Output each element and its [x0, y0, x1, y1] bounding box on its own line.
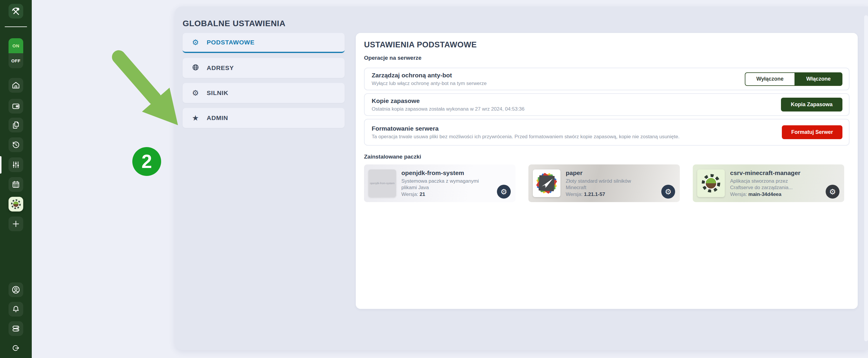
on-label: ON	[12, 43, 20, 48]
sliders-icon	[11, 160, 20, 169]
package-description: Systemowa paczka z wymaganymi plikami Ja…	[401, 178, 482, 191]
tab-admin[interactable]: ★ ADMIN	[183, 108, 345, 128]
sidebar-item-settings[interactable]	[8, 157, 23, 172]
sidebar-item-history[interactable]	[8, 138, 23, 152]
tab-podstawowe[interactable]: ⚙ PODSTAWOWE	[183, 33, 345, 53]
off-label: OFF	[11, 58, 21, 63]
package-thumbnail: openjdk-from-system	[368, 170, 396, 197]
version-value: 1.21.1-57	[584, 191, 605, 197]
sidebar-item-minecraft-manager[interactable]	[8, 197, 23, 211]
settings-menu: ⚙ PODSTAWOWE ADRESY ⚙ SILNIK ★ ADMIN	[183, 33, 345, 133]
tab-label: ADRESY	[207, 64, 234, 71]
tab-adresy[interactable]: ADRESY	[183, 58, 345, 78]
profile-icon	[11, 285, 21, 295]
sidebar: ON OFF	[0, 0, 32, 358]
sidebar-item-wallet[interactable]	[8, 99, 23, 114]
server-on-button[interactable]: ON	[8, 38, 23, 53]
tab-silnik[interactable]: ⚙ SILNIK	[183, 83, 345, 103]
csrv-manager-logo	[700, 172, 722, 195]
page-title: GLOBALNE USTAWIENIA	[183, 19, 285, 28]
global-settings-panel: GLOBALNE USTAWIENIA ⚙ PODSTAWOWE ADRESY …	[175, 6, 868, 350]
sidebar-active-indicator	[0, 156, 1, 174]
tab-label: PODSTAWOWE	[207, 39, 255, 46]
history-icon	[11, 140, 20, 149]
minecraft-manager-icon	[10, 198, 22, 210]
package-thumbnail	[697, 170, 725, 197]
sidebar-item-calendar[interactable]	[8, 177, 23, 192]
settings-content-card: USTAWIENIA PODSTAWOWE Operacje na serwer…	[356, 33, 858, 309]
toggle-off-button[interactable]: Wyłączone	[745, 72, 795, 86]
operations-section-title: Operacje na serwerze	[364, 55, 849, 61]
sidebar-item-add-server[interactable]	[8, 216, 23, 231]
gear-icon: ⚙	[500, 187, 507, 196]
setting-description: Ta operacja trwale usuwa pliki bez możli…	[372, 134, 680, 140]
content-title: USTAWIENIA PODSTAWOWE	[364, 40, 849, 50]
packages-list: openjdk-from-system openjdk-from-system …	[364, 165, 849, 202]
scrollbar-track[interactable]	[864, 15, 868, 341]
setting-row-format: Formatowanie serwera Ta operacja trwale …	[364, 119, 849, 146]
packages-section-title: Zainstalowane paczki	[364, 154, 849, 160]
home-icon	[11, 81, 20, 90]
logout-icon	[11, 344, 20, 352]
package-card-openjdk[interactable]: openjdk-from-system openjdk-from-system …	[364, 165, 516, 202]
setting-row-antybot: Zarządzaj ochroną anty-bot Wyłącz lub wł…	[364, 68, 849, 90]
backup-button[interactable]: Kopia Zapasowa	[781, 98, 842, 112]
server-off-button[interactable]: OFF	[8, 53, 23, 68]
version-label: Wersja:	[730, 191, 747, 197]
gear-icon: ⚙	[665, 187, 672, 196]
setting-row-backups: Kopie zapasowe Ostatnia kopia zapasowa z…	[364, 93, 849, 116]
setting-title: Kopie zapasowe	[372, 97, 525, 105]
paper-logo	[533, 170, 560, 197]
package-settings-button[interactable]: ⚙	[497, 185, 511, 199]
package-card-csrv-manager[interactable]: csrv-minecraft-manager Aplikacja stworzo…	[693, 165, 844, 202]
calendar-icon	[11, 180, 20, 189]
globe-icon	[191, 63, 200, 72]
sidebar-item-home[interactable]	[8, 78, 23, 93]
package-description: Złoty standard wśród silników Minecraft	[566, 178, 647, 191]
version-value: 21	[420, 191, 425, 197]
format-server-button[interactable]: Formatuj Serwer	[782, 125, 842, 139]
sidebar-item-notifications[interactable]	[8, 302, 23, 317]
pickaxe-shovel-icon	[11, 6, 21, 16]
sidebar-item-servers[interactable]	[8, 321, 23, 336]
bell-icon	[11, 305, 20, 314]
antybot-toggle: Wyłączone Włączone	[745, 72, 842, 86]
version-label: Wersja:	[566, 191, 583, 197]
sidebar-divider	[5, 27, 27, 27]
setting-description: Wyłącz lub włącz ochronę anty-bot na tym…	[372, 81, 487, 87]
sidebar-item-logout[interactable]	[8, 341, 23, 355]
package-settings-button[interactable]: ⚙	[661, 185, 675, 199]
gear-icon: ⚙	[829, 187, 836, 196]
sidebar-item-files[interactable]	[8, 118, 23, 132]
app-logo[interactable]	[8, 4, 23, 19]
version-label: Wersja:	[401, 191, 418, 197]
server-stack-icon	[11, 324, 21, 333]
version-value: main-34d4eea	[748, 191, 781, 197]
setting-description: Ostatnia kopia zapasowa została wykonana…	[372, 106, 525, 112]
package-settings-button[interactable]: ⚙	[826, 185, 839, 199]
wallet-icon	[11, 102, 20, 111]
star-icon: ★	[191, 114, 200, 122]
package-card-paper[interactable]: paper Złoty standard wśród silników Mine…	[528, 165, 680, 202]
setting-title: Formatowanie serwera	[372, 125, 680, 132]
gear-icon: ⚙	[191, 89, 200, 97]
toggle-on-button[interactable]: Włączone	[795, 72, 842, 86]
tab-label: ADMIN	[207, 114, 228, 121]
step-number: 2	[142, 151, 152, 172]
setting-title: Zarządzaj ochroną anty-bot	[372, 72, 487, 79]
sidebar-item-profile[interactable]	[8, 282, 23, 297]
plus-icon	[11, 219, 20, 228]
package-name: openjdk-from-system	[401, 170, 482, 177]
package-description: Aplikacja stworzona przez Craftserve do …	[730, 178, 811, 191]
step-badge	[132, 147, 161, 176]
package-thumbnail	[533, 170, 560, 197]
package-name: paper	[566, 170, 647, 177]
tab-label: SILNIK	[207, 89, 228, 96]
package-name: csrv-minecraft-manager	[730, 170, 811, 177]
files-icon	[11, 121, 20, 129]
gear-icon: ⚙	[191, 38, 200, 46]
